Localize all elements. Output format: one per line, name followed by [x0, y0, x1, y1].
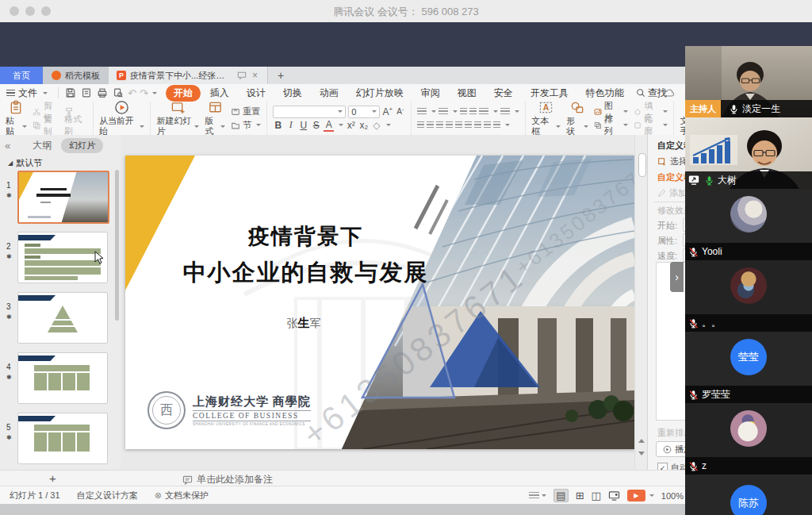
arrange-button[interactable]: 排列 — [594, 120, 628, 130]
slide-thumbnail-4[interactable] — [17, 352, 108, 404]
zoom-level[interactable]: 100% — [661, 491, 684, 501]
align-center-icon[interactable] — [427, 121, 434, 129]
align-text-icon[interactable] — [493, 121, 500, 129]
quickbar-more-caret[interactable] — [152, 92, 157, 94]
menu-item-devtools[interactable]: 开发工具 — [523, 85, 576, 102]
presenter-view-icon[interactable] — [608, 490, 620, 501]
view-normal-button[interactable]: ▤ — [553, 489, 568, 502]
section-header[interactable]: ◢ 默认节 — [8, 157, 42, 169]
tab-slides[interactable]: 幻灯片 — [61, 138, 103, 153]
layout-button[interactable]: 版式 — [205, 100, 225, 136]
indent-increase-icon[interactable] — [469, 108, 477, 116]
menu-item-animation[interactable]: 动画 — [312, 85, 347, 102]
distribute-icon[interactable] — [455, 121, 462, 129]
tab-home[interactable]: 首页 — [0, 67, 44, 84]
cloud-sync-icon[interactable] — [661, 86, 677, 100]
subscript-button[interactable]: x₂ — [358, 120, 369, 131]
menu-item-insert[interactable]: 插入 — [202, 85, 237, 102]
file-menu-button[interactable]: 文件 — [0, 86, 54, 100]
participant-tile[interactable]: 陈苏 — [685, 475, 812, 515]
copy-button[interactable]: 复制 — [33, 120, 59, 130]
outline-button[interactable]: 轮廓 — [634, 120, 668, 130]
align-right-icon[interactable] — [436, 121, 443, 129]
columns-icon[interactable] — [465, 121, 472, 129]
save-button[interactable] — [63, 86, 79, 100]
slide-thumbnail-5[interactable] — [17, 413, 108, 464]
font-size-combobox[interactable]: 0 — [348, 106, 380, 118]
tab-docer-templates[interactable]: 稻壳模板 — [44, 67, 109, 84]
tab-close-icon[interactable]: × — [251, 70, 259, 81]
view-sorter-button[interactable]: ⊞ — [576, 490, 584, 502]
participant-tile[interactable]: 莹莹 罗莹莹 — [685, 332, 812, 403]
font-color-button[interactable]: A — [324, 119, 334, 132]
menu-item-review[interactable]: 审阅 — [413, 85, 448, 102]
menu-item-view[interactable]: 视图 — [450, 85, 485, 102]
undo-icon[interactable]: ↶ — [126, 87, 138, 99]
document-protection-button[interactable]: ⊗ 文档未保护 — [155, 490, 209, 502]
panel-collapse-button[interactable]: › — [670, 262, 684, 292]
paste-button[interactable]: 粘贴 — [6, 100, 27, 136]
slide-scrollbar[interactable] — [634, 135, 648, 470]
menu-item-home[interactable]: 开始 — [166, 85, 201, 102]
numbering-icon[interactable] — [439, 108, 448, 116]
slide-canvas[interactable]: 疫情背景下 中小企业的自救与发展 张生军 西 上海财经大学 商學院 COLLEG… — [125, 156, 634, 449]
comment-bubble-icon[interactable] — [237, 71, 247, 80]
participant-tile[interactable]: z — [685, 403, 812, 475]
slide-scrollbar-thumb[interactable] — [638, 153, 646, 177]
clear-format-icon[interactable]: ◇ — [371, 120, 381, 131]
font-family-combobox[interactable] — [273, 106, 346, 118]
align-left-icon[interactable] — [417, 121, 424, 129]
play-from-current-button[interactable]: 从当前开始 — [99, 100, 144, 136]
print-button[interactable] — [94, 86, 110, 100]
slide-thumbnail-3[interactable] — [17, 292, 108, 344]
participant-tile[interactable]: Yooli — [685, 189, 812, 260]
indent-left-icon[interactable] — [474, 121, 481, 129]
next-slide-button[interactable] — [638, 452, 645, 455]
menu-item-transitions[interactable]: 切换 — [275, 85, 310, 102]
bullets-icon[interactable] — [417, 108, 427, 116]
tab-outline[interactable]: 大纲 — [33, 139, 52, 152]
sidebar-collapse-button[interactable]: « — [5, 140, 10, 152]
notes-toggle-button[interactable] — [529, 492, 546, 500]
indent-right-icon[interactable] — [484, 121, 491, 129]
print-preview-button[interactable] — [110, 86, 126, 100]
superscript-button[interactable]: x² — [346, 120, 356, 131]
notes-input[interactable]: 单击此处添加备注 — [182, 473, 273, 486]
view-reading-button[interactable]: ◫ — [592, 490, 601, 502]
indent-decrease-icon[interactable] — [460, 108, 467, 116]
add-slide-button[interactable]: + — [49, 471, 56, 485]
slide-author[interactable]: 张生军 — [125, 316, 482, 331]
menu-item-design[interactable]: 设计 — [239, 85, 274, 102]
menu-item-slideshow[interactable]: 幻灯片放映 — [348, 85, 412, 102]
participant-tile[interactable]: 。。 — [685, 260, 812, 332]
new-slide-button[interactable]: 新建幻灯片 — [156, 100, 199, 136]
slide-title-line2[interactable]: 中小企业的自救与发展 — [125, 257, 486, 289]
shapes-button[interactable]: 形状 — [566, 100, 588, 136]
menu-item-special[interactable]: 特色功能 — [578, 85, 632, 102]
participant-tile-sharer[interactable]: 大树 — [685, 117, 812, 189]
menu-item-security[interactable]: 安全 — [486, 85, 521, 102]
participant-tile-host[interactable]: 主持人 淡定一生 — [685, 46, 812, 117]
reset-button[interactable]: 重置 — [231, 106, 261, 117]
redo-icon[interactable]: ↷ — [138, 87, 150, 99]
underline-button[interactable]: U — [298, 120, 308, 131]
textbox-button[interactable]: A 文本框 — [531, 100, 561, 136]
new-tab-button[interactable]: + — [268, 67, 293, 84]
align-justify-icon[interactable] — [446, 121, 453, 129]
line-spacing-icon[interactable] — [479, 108, 488, 116]
italic-button[interactable]: I — [285, 119, 296, 131]
previous-slide-button[interactable] — [638, 439, 645, 443]
strikethrough-button[interactable]: S — [311, 120, 321, 131]
slide-thumbnail-1[interactable] — [17, 171, 109, 224]
export-pdf-button[interactable] — [79, 86, 94, 100]
slideshow-play-button[interactable]: ▶ — [627, 490, 654, 502]
section-button[interactable]: 节 — [231, 120, 261, 130]
bold-button[interactable]: B — [273, 120, 283, 131]
increase-font-icon[interactable]: A+ — [382, 106, 393, 117]
slide-title-line1[interactable]: 疫情背景下 — [125, 222, 486, 251]
text-direction-icon[interactable] — [500, 108, 510, 116]
design-scheme-button[interactable]: 自定义设计方案 — [77, 490, 138, 502]
tab-document[interactable]: P 疫情背景下中小...经张生军(1) × — [109, 67, 268, 84]
format-painter-button[interactable]: 格式刷 — [64, 120, 87, 130]
sidebar-scrollbar[interactable] — [115, 170, 119, 321]
